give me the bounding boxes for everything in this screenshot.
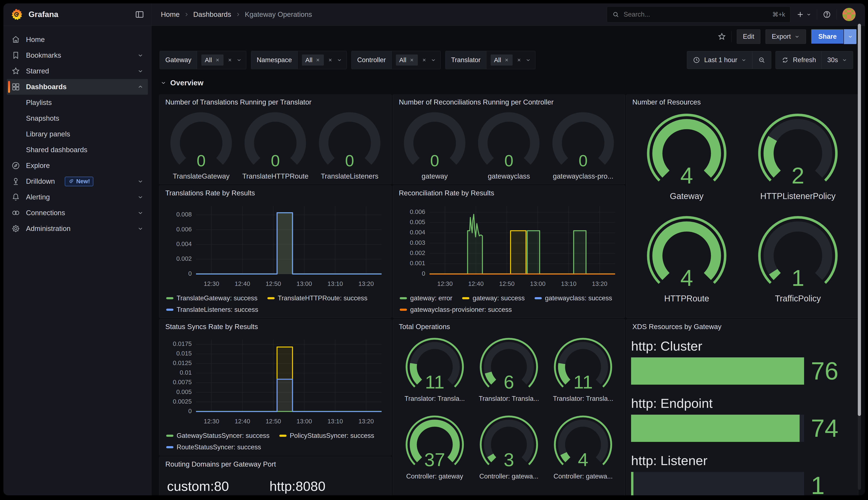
sidebar-item-library-panels[interactable]: Library panels: [7, 126, 148, 142]
sidebar-item-bookmarks[interactable]: Bookmarks: [7, 47, 148, 63]
legend-label: TranslateListeners: success: [177, 306, 258, 314]
svg-text:0.005: 0.005: [176, 388, 192, 395]
sidebar-item-starred[interactable]: Starred: [7, 63, 148, 79]
svg-text:0.002: 0.002: [410, 249, 425, 256]
legend-swatch: [400, 309, 407, 311]
legend-item[interactable]: gateway: error: [400, 294, 452, 302]
panel-title: XDS Resources by Gateway: [626, 319, 858, 334]
filter-chip-gateway[interactable]: GatewayAll: [159, 51, 246, 69]
refresh-interval-picker[interactable]: 30s: [822, 51, 853, 69]
panel-total-operations: Total Operations 11Translator: Transla..…: [393, 319, 625, 495]
remove-value-icon: [504, 57, 509, 62]
svg-text:13:10: 13:10: [561, 280, 577, 287]
scrollbar-thumb[interactable]: [858, 24, 861, 416]
search-input[interactable]: [623, 10, 768, 19]
gauge-value: 3: [475, 451, 543, 469]
legend-swatch: [166, 297, 174, 299]
sidebar-item-explore[interactable]: Explore: [7, 158, 148, 173]
sidebar-item-label: Administration: [26, 225, 70, 232]
sidebar-item-playlists[interactable]: Playlists: [7, 95, 148, 111]
sidebar-item-connections[interactable]: Connections: [7, 205, 148, 221]
legend-item[interactable]: TranslateHTTPRoute: success: [267, 294, 368, 302]
edit-button[interactable]: Edit: [737, 30, 760, 44]
bar-row-http-cluster: http: Cluster76: [631, 339, 854, 385]
sidebar-item-label: Library panels: [26, 130, 70, 138]
filter-value: All: [305, 56, 312, 64]
gauge-arc: 4: [549, 414, 616, 472]
star-icon[interactable]: [717, 32, 726, 41]
filter-value-pill[interactable]: All: [491, 55, 513, 66]
breadcrumb-dashboards[interactable]: Dashboards: [193, 10, 231, 19]
stat-value: custom:80: [164, 479, 269, 493]
svg-text:13:10: 13:10: [327, 418, 343, 425]
status-syncs-rate-chart[interactable]: 00.00250.0050.00750.010.01250.0150.01751…: [164, 334, 387, 429]
legend-item[interactable]: RouteStatusSyncer: success: [166, 443, 261, 451]
legend-item[interactable]: gatewayclass-provisioner: success: [400, 306, 512, 314]
filter-chip-namespace[interactable]: NamespaceAll: [251, 51, 347, 69]
share-menu-button[interactable]: [844, 29, 857, 44]
legend-item[interactable]: GatewayStatusSyncer: success: [166, 432, 269, 440]
sidebar-item-administration[interactable]: Administration: [7, 221, 148, 237]
section-overview[interactable]: Overview: [160, 79, 203, 87]
chart-legend: TranslateGateway: successTranslateHTTPRo…: [164, 292, 387, 315]
svg-text:12:40: 12:40: [468, 280, 483, 287]
gauge-gateway: 0gateway: [400, 111, 470, 180]
export-button[interactable]: Export: [766, 30, 806, 44]
sidebar-item-home[interactable]: Home: [7, 32, 148, 47]
legend-item[interactable]: TranslateListeners: success: [166, 306, 258, 314]
star-icon: [11, 66, 21, 76]
sidebar-item-snapshots[interactable]: Snapshots: [7, 111, 148, 126]
refresh-button[interactable]: Refresh: [776, 51, 822, 69]
reconciliation-rate-chart[interactable]: 00.0010.0020.0030.0040.0050.00612:3012:4…: [398, 201, 620, 292]
time-range-picker[interactable]: Last 1 hour: [687, 51, 752, 69]
gauge-label: Controller: gateway: [406, 473, 463, 480]
question-icon: [823, 10, 831, 19]
gauge-arc: 3: [475, 414, 543, 472]
sidebar-item-dashboards[interactable]: Dashboards: [7, 79, 148, 95]
plus-icon: [796, 10, 804, 19]
drilldown-icon: [11, 177, 21, 186]
help-button[interactable]: [823, 10, 831, 19]
filter-value-pill[interactable]: All: [201, 55, 223, 66]
sidebar-item-label: Playlists: [26, 99, 52, 107]
panel-title: Reconciliation Rate by Results: [393, 185, 625, 201]
breadcrumb-home[interactable]: Home: [161, 10, 180, 19]
chevron-down-icon: [160, 80, 166, 86]
share-button[interactable]: Share: [811, 29, 844, 44]
filter-label: Translator: [445, 51, 486, 69]
legend-label: GatewayStatusSyncer: success: [177, 432, 269, 440]
search-box[interactable]: ⌘+k: [607, 7, 790, 23]
gauge-arc: 1: [752, 215, 844, 293]
legend-item[interactable]: gatewayclass: success: [535, 294, 612, 302]
filter-value-pill[interactable]: All: [396, 55, 418, 66]
legend-item[interactable]: TranslateGateway: success: [166, 294, 258, 302]
sidebar-item-drilldown[interactable]: DrilldownNew!: [7, 173, 148, 189]
gauge-label: Controller: gatewa...: [479, 473, 538, 480]
filter-chip-controller[interactable]: ControllerAll: [351, 51, 441, 69]
gauge-label: Gateway: [670, 191, 703, 201]
zoom-out-button[interactable]: [752, 51, 771, 69]
filter-chip-translator[interactable]: TranslatorAll: [445, 51, 535, 69]
add-button[interactable]: [796, 10, 811, 19]
svg-text:0.008: 0.008: [176, 211, 192, 218]
svg-text:0.0025: 0.0025: [173, 398, 192, 405]
sidebar-item-alerting[interactable]: Alerting: [7, 189, 148, 205]
gauge-grid: 4Gateway2HTTPListenerPolicy4HTTPRoute1Tr…: [631, 110, 854, 303]
gauge-label: TranslateGateway: [173, 172, 230, 180]
avatar[interactable]: [843, 8, 856, 21]
legend-item[interactable]: gateway: success: [462, 294, 525, 302]
legend-item[interactable]: PolicyStatusSyncer: success: [279, 432, 374, 440]
gauge-row: 0TranslateGateway0TranslateHTTPRoute0Tra…: [164, 110, 387, 181]
sidebar-collapse-icon[interactable]: [135, 10, 144, 19]
legend-label: gateway: success: [472, 294, 525, 302]
filter-value-pill[interactable]: All: [302, 55, 324, 66]
gauge-gateway: 4Gateway: [641, 112, 733, 201]
sidebar-item-shared-dashboards[interactable]: Shared dashboards: [7, 142, 148, 158]
bar-line: 74: [631, 414, 854, 442]
svg-text:12:40: 12:40: [235, 280, 250, 287]
translations-rate-chart[interactable]: 00.0020.0040.0060.00812:3012:4012:5013:0…: [164, 201, 387, 292]
gauge-translatelisteners: 0TranslateListeners: [314, 111, 385, 180]
chevron-down-icon: [137, 225, 144, 232]
panel-number-of-resources: Number of Resources 4Gateway2HTTPListene…: [626, 94, 858, 318]
gauge-value: 0: [166, 152, 236, 169]
